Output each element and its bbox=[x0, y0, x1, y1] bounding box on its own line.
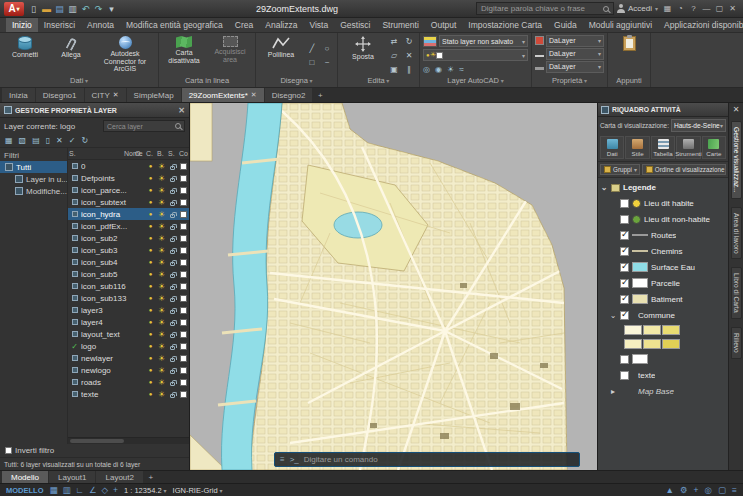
panel-label-disegna[interactable]: Disegna bbox=[259, 76, 334, 87]
ribbon-tab[interactable]: Output bbox=[425, 18, 463, 32]
legend-item[interactable]: Parcelle bbox=[600, 275, 728, 291]
legend-item[interactable]: Lieu dit non-habite bbox=[600, 211, 728, 227]
legend-item[interactable]: Lieu dit habite bbox=[600, 195, 728, 211]
command-line[interactable]: ≡ >_ Digitare un comando bbox=[274, 452, 580, 467]
column-header[interactable]: O. bbox=[134, 150, 145, 157]
layer-color-icon[interactable] bbox=[178, 343, 189, 350]
panel-label-proprieta[interactable]: Proprietà bbox=[535, 76, 604, 87]
legend-checkbox[interactable] bbox=[620, 279, 629, 288]
layer-match-icon[interactable]: ≈ bbox=[459, 65, 463, 74]
layer-color-icon[interactable] bbox=[178, 235, 189, 242]
layer-color-icon[interactable] bbox=[178, 355, 189, 362]
legend-checkbox[interactable] bbox=[620, 371, 629, 380]
draw-circle-icon[interactable]: ○ bbox=[320, 42, 334, 55]
layer-row[interactable]: layout_text bbox=[68, 328, 189, 340]
layer-freeze-icon[interactable] bbox=[156, 294, 167, 303]
search-icon[interactable] bbox=[603, 6, 609, 12]
ribbon-tab[interactable]: Annota bbox=[81, 18, 120, 32]
refresh-icon[interactable]: ↻ bbox=[82, 136, 89, 145]
ribbon-tab[interactable]: Impostazione Carta bbox=[462, 18, 548, 32]
layer-on-icon[interactable] bbox=[145, 391, 156, 397]
layer-row[interactable]: logo bbox=[68, 340, 189, 352]
layer-on-icon[interactable] bbox=[145, 379, 156, 385]
layer-lock-icon[interactable] bbox=[167, 163, 178, 170]
side-tab[interactable]: Libro di Carta bbox=[731, 267, 742, 319]
draw-rectangle-icon[interactable]: □ bbox=[305, 56, 319, 69]
layer-lock-icon[interactable] bbox=[167, 247, 178, 254]
command-customize-icon[interactable]: ≡ bbox=[280, 455, 285, 464]
delete-layer-icon[interactable]: ✕ bbox=[56, 136, 63, 145]
layer-color-icon[interactable] bbox=[178, 367, 189, 374]
layer-lock-icon[interactable] bbox=[167, 187, 178, 194]
layer-on-icon[interactable] bbox=[145, 247, 156, 253]
layer-freeze-icon[interactable] bbox=[156, 318, 167, 327]
filter-tree-item[interactable]: Layer in u... bbox=[0, 173, 67, 185]
legend-item[interactable]: Map Base bbox=[600, 383, 728, 399]
polyline-button[interactable]: Polilinea bbox=[259, 34, 303, 76]
mirror-icon[interactable]: ▱ bbox=[387, 49, 401, 62]
layer-on-icon[interactable] bbox=[145, 367, 156, 373]
layer-lock-icon[interactable] bbox=[167, 367, 178, 374]
layer-row[interactable]: texte bbox=[68, 388, 189, 400]
layer-lock-icon[interactable] bbox=[167, 379, 178, 386]
layer-freeze-icon[interactable] bbox=[156, 378, 167, 387]
new-layer-icon[interactable]: ▯ bbox=[46, 136, 50, 145]
layer-color-icon[interactable] bbox=[178, 259, 189, 266]
drawing-viewport[interactable]: ≡ >_ Digitare un comando bbox=[190, 103, 597, 470]
layer-freeze-icon[interactable] bbox=[156, 342, 167, 351]
document-tab[interactable]: Disegno1 ✕ bbox=[36, 88, 84, 102]
quick-access-dropdown-icon[interactable]: ▾ bbox=[105, 2, 118, 15]
layer-row[interactable]: newlayer bbox=[68, 352, 189, 364]
plot-icon[interactable]: ▥ bbox=[66, 2, 79, 15]
layer-search-field[interactable]: Cerca layer bbox=[103, 120, 185, 132]
column-header[interactable]: Nome bbox=[123, 150, 134, 157]
layer-freeze-icon[interactable] bbox=[156, 162, 167, 171]
column-header[interactable]: S. bbox=[167, 150, 178, 157]
layer-row[interactable]: icon_sub4 bbox=[68, 256, 189, 268]
legend-item[interactable]: Commune bbox=[600, 307, 728, 323]
snap-icon[interactable]: ▥ bbox=[63, 485, 71, 495]
layer-row[interactable]: icon_pdfEx... bbox=[68, 220, 189, 232]
layer-color-icon[interactable] bbox=[178, 163, 189, 170]
side-tab[interactable]: Rilievo bbox=[731, 327, 742, 359]
layer-row[interactable]: icon_parce... bbox=[68, 184, 189, 196]
layer-freeze-icon[interactable] bbox=[156, 390, 167, 399]
draw-arc-icon[interactable]: ~ bbox=[320, 56, 334, 69]
layer-on-icon[interactable] bbox=[145, 355, 156, 361]
redo-icon[interactable]: ↷ bbox=[92, 2, 105, 15]
layer-freeze-icon[interactable] bbox=[156, 174, 167, 183]
task-pane-header[interactable]: RIQUADRO ATTIVITÀ bbox=[598, 103, 728, 117]
layer-color-icon[interactable] bbox=[178, 295, 189, 302]
layer-row[interactable]: Defpoints bbox=[68, 172, 189, 184]
layer-freeze-tool-icon[interactable]: ☀ bbox=[447, 65, 454, 74]
document-tab[interactable]: Inizia ✕ bbox=[2, 88, 35, 102]
layout-tab[interactable]: Modello bbox=[2, 471, 48, 483]
column-header[interactable]: S. bbox=[68, 150, 123, 157]
clean-screen-icon[interactable]: ▢ bbox=[718, 485, 726, 495]
map-off-button[interactable]: Carta disattivata bbox=[162, 34, 206, 76]
layer-lock-icon[interactable] bbox=[167, 223, 178, 230]
save-icon[interactable]: ▤ bbox=[53, 2, 66, 15]
panel-label-layer[interactable]: Layer AutoCAD bbox=[423, 76, 528, 87]
tab-stile[interactable]: Stile bbox=[625, 136, 649, 159]
layer-lock-icon[interactable] bbox=[167, 211, 178, 218]
color-dropdown[interactable]: DaLayer bbox=[546, 35, 604, 47]
ribbon-tab[interactable]: Vista bbox=[303, 18, 334, 32]
side-tab[interactable]: Area di lavoro bbox=[731, 207, 742, 260]
space-toggle[interactable]: MODELLO bbox=[6, 486, 44, 495]
undo-icon[interactable]: ↶ bbox=[79, 2, 92, 15]
offset-icon[interactable]: ∥ bbox=[402, 63, 416, 76]
new-file-icon[interactable]: ▯ bbox=[27, 2, 40, 15]
item-expand-icon[interactable] bbox=[609, 387, 617, 396]
rotate-icon[interactable]: ↻ bbox=[402, 35, 416, 48]
invert-filter-checkbox[interactable] bbox=[5, 447, 12, 454]
layer-freeze-icon[interactable] bbox=[156, 282, 167, 291]
layer-color-icon[interactable] bbox=[178, 307, 189, 314]
layer-color-icon[interactable] bbox=[178, 223, 189, 230]
layer-row[interactable]: roads bbox=[68, 376, 189, 388]
layer-on-icon[interactable] bbox=[145, 271, 156, 277]
layer-freeze-icon[interactable] bbox=[156, 354, 167, 363]
layout-tab[interactable]: Layout2 bbox=[96, 471, 142, 483]
layer-freeze-icon[interactable] bbox=[156, 222, 167, 231]
layer-color-icon[interactable] bbox=[178, 391, 189, 398]
